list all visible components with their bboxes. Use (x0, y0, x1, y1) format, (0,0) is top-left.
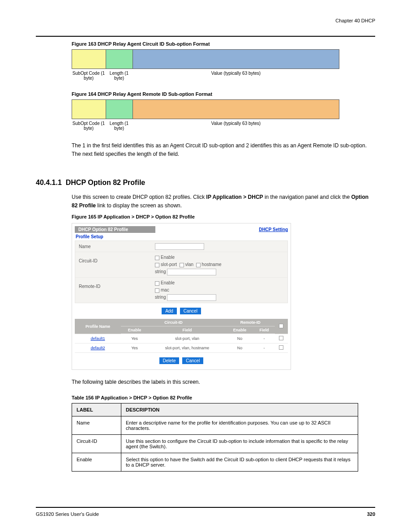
circuit-string-label: string (155, 269, 166, 274)
vlan-checkbox[interactable] (180, 263, 184, 267)
hostname-checkbox[interactable] (196, 263, 201, 267)
remote-id-label: Remote-ID (79, 279, 155, 289)
label-value: Value (typically 63 bytes) (133, 71, 339, 81)
table-row: default1 Yes slot-port, vlan No - (75, 334, 288, 343)
subopt-code-segment (72, 100, 106, 119)
cancel-button-2[interactable]: Cancel (182, 357, 203, 364)
cell-description: Use this section to configure the Circui… (121, 435, 358, 453)
name-label: Name (79, 244, 155, 249)
figure-164: Figure 164 DHCP Relay Agent Remote ID Su… (72, 91, 339, 131)
profile-link-default1[interactable]: default1 (90, 336, 105, 341)
profile-setup-heading: Profile Setup (76, 234, 288, 239)
table-156: LABEL DESCRIPTION Name Enter a descripti… (72, 403, 358, 472)
dhcp-setting-link[interactable]: DHCP Setting (259, 227, 288, 232)
th-remote-field: Field (253, 326, 274, 334)
th-circuit-field: Field (148, 326, 226, 334)
cell-description: Enter a descriptive name for the profile… (121, 416, 358, 435)
subopt-code-segment (72, 50, 106, 69)
slot-port-checkbox[interactable] (155, 263, 159, 267)
cell-circuit-enable: Yes (121, 343, 148, 352)
vlan-label: vlan (185, 262, 193, 267)
screenshot: DHCP Option 82 Profile DHCP Setting Prof… (72, 223, 291, 370)
header-rule (36, 36, 375, 37)
remote-string-input[interactable] (167, 294, 216, 301)
panel-title: DHCP Option 82 Profile (75, 226, 155, 233)
mac-checkbox[interactable] (155, 288, 159, 293)
section-heading: 40.4.1.1 DHCP Option 82 Profile (36, 179, 375, 187)
row-checkbox[interactable] (279, 345, 283, 350)
th-select-all (275, 319, 288, 334)
footer-rule (36, 507, 375, 508)
cell-remote-field: - (253, 343, 274, 352)
section-title: DHCP Option 82 Profile (66, 179, 146, 186)
circuit-enable-label: Enable (161, 255, 175, 260)
paragraph-1: The 1 in the first field identifies this… (72, 142, 375, 158)
table-row: Name Enter a descriptive name for the pr… (72, 416, 358, 435)
hostname-label: hostname (202, 262, 222, 267)
screenshot-caption: Figure 165 IP Application > DHCP > Optio… (72, 214, 375, 219)
circuit-string-input[interactable] (167, 269, 216, 275)
cell-label: Name (72, 416, 121, 435)
cell-circuit-enable: Yes (121, 334, 148, 343)
section-number: 40.4.1.1 (36, 179, 62, 186)
circuit-enable-checkbox[interactable] (155, 256, 159, 260)
breadcrumb: Chapter 40 DHCP (36, 18, 375, 23)
cell-label: Enable (72, 453, 121, 472)
cell-remote-field: - (253, 334, 274, 343)
footer: GS1920 Series User's Guide 320 (36, 511, 375, 517)
cell-circuit-field: slot-port, vlan (148, 334, 226, 343)
value-segment-blue (133, 50, 339, 69)
paragraph-3: The following table describes the labels… (72, 378, 375, 386)
footer-left: GS1920 Series User's Guide (36, 511, 99, 517)
table-row: Enable Select this option to have the Sw… (72, 453, 358, 472)
th-remote-id: Remote-ID (226, 319, 275, 326)
profile-link-default2[interactable]: default2 (90, 346, 105, 350)
slot-port-label: slot-port (161, 262, 177, 267)
label-subopt-code: SubOpt Code (1 byte) (72, 121, 106, 131)
table-156-caption: Table 156 IP Application > DHCP > Option… (72, 395, 375, 400)
profile-form: Name Circuit-ID Enable slot-port vlan ho… (75, 240, 288, 303)
add-button[interactable]: Add (162, 308, 177, 314)
figure-163-caption: Figure 163 DHCP Relay Agent Circuit ID S… (72, 41, 339, 47)
label-subopt-code: SubOpt Code (1 byte) (72, 71, 106, 81)
cancel-button[interactable]: Cancel (180, 308, 201, 314)
figure-164-caption: Figure 164 DHCP Relay Agent Remote ID Su… (72, 91, 339, 97)
profiles-table: Profile Name Circuit-ID Remote-ID Enable… (75, 319, 288, 353)
th-description: DESCRIPTION (121, 403, 358, 416)
cell-description: Select this option to have the Switch ad… (121, 453, 358, 472)
figure-164-labels: SubOpt Code (1 byte) Length (1 byte) Val… (72, 121, 339, 131)
paragraph-2: Use this screen to create DHCP option 82… (72, 193, 375, 210)
th-circuit-enable: Enable (121, 326, 148, 334)
th-circuit-id: Circuit-ID (121, 319, 226, 326)
remote-enable-label: Enable (161, 280, 175, 285)
cell-circuit-field: slot-port, vlan, hostname (148, 343, 226, 352)
label-value: Value (typically 63 bytes) (133, 121, 339, 131)
circuit-id-label: Circuit-ID (79, 254, 155, 263)
figure-164-bar (72, 99, 339, 119)
th-remote-enable: Enable (226, 326, 253, 334)
page-number: 320 (367, 511, 375, 517)
cell-remote-enable: No (226, 343, 253, 352)
label-length: Length (1 byte) (106, 71, 133, 81)
delete-button[interactable]: Delete (159, 357, 180, 364)
figure-163-labels: SubOpt Code (1 byte) Length (1 byte) Val… (72, 71, 339, 81)
cell-remote-enable: No (226, 334, 253, 343)
th-label: LABEL (72, 403, 121, 416)
figure-163-bar (72, 49, 339, 69)
length-segment (106, 50, 133, 69)
row-checkbox[interactable] (279, 336, 283, 340)
cell-label: Circuit-ID (72, 435, 121, 453)
remote-enable-checkbox[interactable] (155, 281, 159, 286)
name-input[interactable] (155, 243, 204, 250)
label-length: Length (1 byte) (106, 121, 133, 131)
select-all-checkbox[interactable] (279, 324, 283, 328)
remote-string-label: string (155, 295, 166, 300)
figure-163: Figure 163 DHCP Relay Agent Circuit ID S… (72, 41, 339, 81)
value-segment-orange (133, 100, 339, 119)
length-segment (106, 100, 133, 119)
mac-label: mac (161, 287, 169, 292)
th-profile-name: Profile Name (75, 319, 121, 334)
table-row: default2 Yes slot-port, vlan, hostname N… (75, 343, 288, 352)
table-row: Circuit-ID Use this section to configure… (72, 435, 358, 453)
